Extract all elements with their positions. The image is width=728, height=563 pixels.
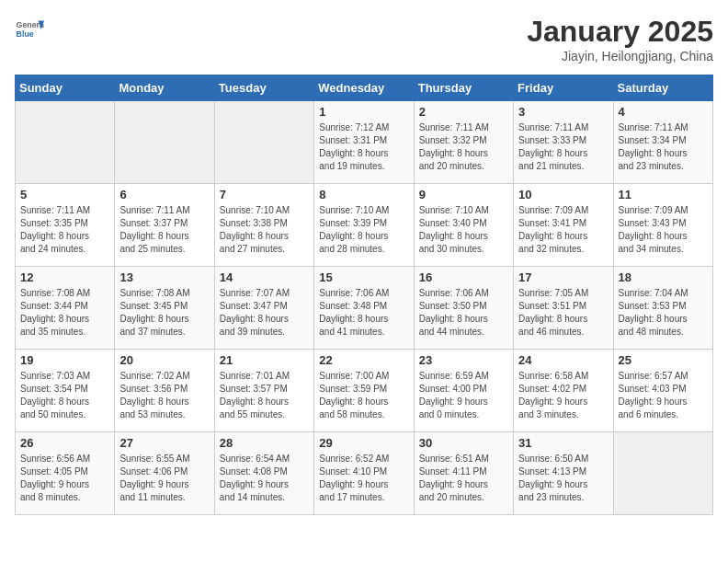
calendar-cell: 27Sunrise: 6:55 AMSunset: 4:06 PMDayligh… (115, 432, 214, 515)
calendar-cell: 16Sunrise: 7:06 AMSunset: 3:50 PMDayligh… (414, 267, 513, 350)
day-info: Sunrise: 7:06 AMSunset: 3:48 PMDaylight:… (319, 287, 408, 339)
day-number: 17 (518, 270, 608, 284)
day-number: 15 (319, 270, 408, 284)
day-info: Sunrise: 7:03 AMSunset: 3:54 PMDaylight:… (20, 370, 109, 421)
calendar-cell: 25Sunrise: 6:57 AMSunset: 4:03 PMDayligh… (613, 350, 712, 432)
day-number: 19 (20, 353, 109, 367)
calendar-cell: 14Sunrise: 7:07 AMSunset: 3:47 PMDayligh… (214, 267, 313, 350)
calendar-cell: 7Sunrise: 7:10 AMSunset: 3:38 PMDaylight… (214, 184, 313, 267)
day-number: 29 (319, 436, 408, 450)
weekday-header-saturday: Saturday (613, 75, 712, 101)
calendar-cell: 20Sunrise: 7:02 AMSunset: 3:56 PMDayligh… (115, 350, 214, 432)
calendar-cell: 8Sunrise: 7:10 AMSunset: 3:39 PMDaylight… (314, 184, 414, 267)
calendar-cell: 4Sunrise: 7:11 AMSunset: 3:34 PMDaylight… (613, 101, 712, 184)
day-info: Sunrise: 6:55 AMSunset: 4:06 PMDaylight:… (119, 453, 209, 504)
calendar-cell: 26Sunrise: 6:56 AMSunset: 4:05 PMDayligh… (16, 432, 115, 515)
weekday-header-tuesday: Tuesday (214, 75, 313, 101)
day-info: Sunrise: 7:11 AMSunset: 3:32 PMDaylight:… (419, 121, 508, 173)
day-number: 3 (518, 105, 608, 119)
calendar-cell: 1Sunrise: 7:12 AMSunset: 3:31 PMDaylight… (314, 101, 414, 184)
day-number: 13 (119, 270, 209, 284)
calendar-cell: 2Sunrise: 7:11 AMSunset: 3:32 PMDaylight… (414, 101, 513, 184)
day-number: 16 (419, 270, 508, 284)
calendar-cell: 12Sunrise: 7:08 AMSunset: 3:44 PMDayligh… (16, 267, 115, 350)
day-info: Sunrise: 7:10 AMSunset: 3:38 PMDaylight:… (220, 204, 309, 256)
calendar-title: January 2025 (527, 15, 713, 49)
calendar-cell: 5Sunrise: 7:11 AMSunset: 3:35 PMDaylight… (16, 184, 115, 267)
day-number: 27 (119, 436, 209, 450)
calendar-cell: 13Sunrise: 7:08 AMSunset: 3:45 PMDayligh… (115, 267, 214, 350)
calendar-cell: 28Sunrise: 6:54 AMSunset: 4:08 PMDayligh… (214, 432, 313, 515)
day-info: Sunrise: 7:10 AMSunset: 3:40 PMDaylight:… (419, 204, 508, 256)
day-number: 8 (319, 188, 408, 201)
day-number: 6 (119, 188, 209, 201)
calendar-cell: 6Sunrise: 7:11 AMSunset: 3:37 PMDaylight… (115, 184, 214, 267)
day-number: 11 (619, 188, 708, 201)
day-number: 20 (119, 353, 209, 367)
day-number: 4 (619, 105, 708, 119)
weekday-header-monday: Monday (115, 75, 214, 101)
day-info: Sunrise: 7:07 AMSunset: 3:47 PMDaylight:… (220, 287, 309, 339)
day-info: Sunrise: 7:09 AMSunset: 3:41 PMDaylight:… (518, 204, 608, 256)
day-number: 25 (619, 353, 708, 367)
calendar-cell: 10Sunrise: 7:09 AMSunset: 3:41 PMDayligh… (514, 184, 613, 267)
calendar-cell (16, 101, 115, 184)
calendar-cell: 24Sunrise: 6:58 AMSunset: 4:02 PMDayligh… (514, 350, 613, 432)
calendar-cell: 29Sunrise: 6:52 AMSunset: 4:10 PMDayligh… (314, 432, 414, 515)
day-info: Sunrise: 7:06 AMSunset: 3:50 PMDaylight:… (419, 287, 508, 339)
day-number: 14 (220, 270, 309, 284)
day-number: 5 (20, 188, 109, 201)
day-number: 12 (20, 270, 109, 284)
weekday-header-friday: Friday (514, 75, 613, 101)
day-info: Sunrise: 7:12 AMSunset: 3:31 PMDaylight:… (319, 121, 408, 173)
calendar-week-1: 1Sunrise: 7:12 AMSunset: 3:31 PMDaylight… (16, 101, 713, 184)
calendar-table: SundayMondayTuesdayWednesdayThursdayFrid… (15, 75, 713, 515)
calendar-cell (214, 101, 313, 184)
day-info: Sunrise: 7:11 AMSunset: 3:37 PMDaylight:… (119, 204, 209, 256)
day-info: Sunrise: 6:50 AMSunset: 4:13 PMDaylight:… (518, 453, 608, 504)
day-info: Sunrise: 7:11 AMSunset: 3:34 PMDaylight:… (619, 121, 708, 173)
day-number: 24 (518, 353, 608, 367)
day-info: Sunrise: 6:56 AMSunset: 4:05 PMDaylight:… (20, 453, 109, 504)
calendar-cell: 18Sunrise: 7:04 AMSunset: 3:53 PMDayligh… (613, 267, 712, 350)
day-info: Sunrise: 7:10 AMSunset: 3:39 PMDaylight:… (319, 204, 408, 256)
calendar-cell: 17Sunrise: 7:05 AMSunset: 3:51 PMDayligh… (514, 267, 613, 350)
weekday-header-row: SundayMondayTuesdayWednesdayThursdayFrid… (16, 75, 713, 101)
day-number: 31 (518, 436, 608, 450)
day-info: Sunrise: 7:08 AMSunset: 3:44 PMDaylight:… (20, 287, 109, 339)
day-number: 23 (419, 353, 508, 367)
calendar-cell: 23Sunrise: 6:59 AMSunset: 4:00 PMDayligh… (414, 350, 513, 432)
calendar-cell: 31Sunrise: 6:50 AMSunset: 4:13 PMDayligh… (514, 432, 613, 515)
day-number: 1 (319, 105, 408, 119)
calendar-cell: 19Sunrise: 7:03 AMSunset: 3:54 PMDayligh… (16, 350, 115, 432)
day-number: 18 (619, 270, 708, 284)
calendar-cell: 22Sunrise: 7:00 AMSunset: 3:59 PMDayligh… (314, 350, 414, 432)
day-info: Sunrise: 7:11 AMSunset: 3:33 PMDaylight:… (518, 121, 608, 173)
calendar-week-5: 26Sunrise: 6:56 AMSunset: 4:05 PMDayligh… (16, 432, 713, 515)
calendar-cell: 15Sunrise: 7:06 AMSunset: 3:48 PMDayligh… (314, 267, 414, 350)
day-info: Sunrise: 7:11 AMSunset: 3:35 PMDaylight:… (20, 204, 109, 256)
day-number: 26 (20, 436, 109, 450)
day-number: 30 (419, 436, 508, 450)
calendar-week-3: 12Sunrise: 7:08 AMSunset: 3:44 PMDayligh… (16, 267, 713, 350)
day-info: Sunrise: 7:02 AMSunset: 3:56 PMDaylight:… (119, 370, 209, 421)
day-info: Sunrise: 6:54 AMSunset: 4:08 PMDaylight:… (220, 453, 309, 504)
day-info: Sunrise: 6:59 AMSunset: 4:00 PMDaylight:… (419, 370, 508, 421)
day-info: Sunrise: 7:01 AMSunset: 3:57 PMDaylight:… (220, 370, 309, 421)
weekday-header-sunday: Sunday (16, 75, 115, 101)
weekday-header-wednesday: Wednesday (314, 75, 414, 101)
calendar-week-4: 19Sunrise: 7:03 AMSunset: 3:54 PMDayligh… (16, 350, 713, 432)
calendar-cell: 30Sunrise: 6:51 AMSunset: 4:11 PMDayligh… (414, 432, 513, 515)
calendar-cell: 21Sunrise: 7:01 AMSunset: 3:57 PMDayligh… (214, 350, 313, 432)
day-info: Sunrise: 6:57 AMSunset: 4:03 PMDaylight:… (619, 370, 708, 421)
day-info: Sunrise: 7:04 AMSunset: 3:53 PMDaylight:… (619, 287, 708, 339)
calendar-cell: 9Sunrise: 7:10 AMSunset: 3:40 PMDaylight… (414, 184, 513, 267)
day-info: Sunrise: 6:51 AMSunset: 4:11 PMDaylight:… (419, 453, 508, 504)
day-number: 21 (220, 353, 309, 367)
calendar-body: 1Sunrise: 7:12 AMSunset: 3:31 PMDaylight… (16, 101, 713, 515)
day-info: Sunrise: 7:00 AMSunset: 3:59 PMDaylight:… (319, 370, 408, 421)
calendar-cell: 3Sunrise: 7:11 AMSunset: 3:33 PMDaylight… (514, 101, 613, 184)
calendar-cell (613, 432, 712, 515)
logo-icon: General Blue (15, 15, 44, 44)
page-header: General Blue January 2025 Jiayin, Heilon… (15, 15, 713, 63)
